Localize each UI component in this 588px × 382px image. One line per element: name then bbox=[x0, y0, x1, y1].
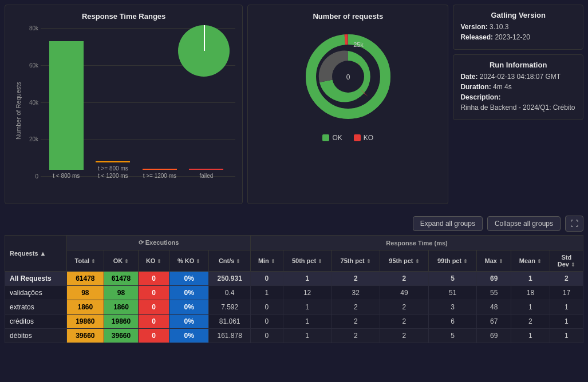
table-row: All Requests614786147800%250.93101225691… bbox=[5, 272, 583, 286]
cell-stddev: 1 bbox=[550, 315, 583, 329]
col-header-pctko[interactable]: % KO ⇕ bbox=[169, 250, 209, 272]
cell-total: 61478 bbox=[67, 272, 104, 286]
h-line-label-20k: 20k bbox=[22, 136, 41, 142]
bar-group-3: failed bbox=[189, 169, 224, 180]
cell-stddev: 1 bbox=[550, 329, 583, 343]
chart-content: 80k 60k 40k 20k bbox=[22, 25, 235, 197]
version-label: Version: bbox=[460, 23, 487, 31]
cell-mean: 1 bbox=[511, 300, 550, 315]
cell-pct95: 2 bbox=[380, 329, 429, 343]
date-value: 2024-02-13 04:18:07 GMT bbox=[480, 73, 561, 81]
bar-group-0: t < 800 ms bbox=[49, 41, 84, 180]
bar-2 bbox=[143, 169, 177, 170]
col-header-ko[interactable]: KO ⇕ bbox=[139, 250, 169, 272]
cell-total: 98 bbox=[67, 286, 104, 300]
cell-pct99: 5 bbox=[428, 272, 477, 286]
bar-chart-panel: Response Time Ranges Number of Requests … bbox=[5, 5, 243, 204]
duration-value: 4m 4s bbox=[493, 83, 512, 91]
col-header-max[interactable]: Max ⇕ bbox=[477, 250, 511, 272]
cell-pct75: 2 bbox=[332, 329, 380, 343]
cell-ok: 19860 bbox=[104, 315, 139, 329]
cell-pct50: 1 bbox=[283, 300, 332, 315]
y-axis-label: Number of Requests bbox=[12, 25, 22, 197]
col-header-mean[interactable]: Mean ⇕ bbox=[511, 250, 550, 272]
col-header-cnts[interactable]: Cnt/s ⇕ bbox=[209, 250, 251, 272]
date-label: Date: bbox=[460, 73, 477, 81]
cell-min: 0 bbox=[251, 272, 283, 286]
svg-text:25k: 25k bbox=[353, 41, 364, 48]
big-circle bbox=[178, 25, 230, 77]
bar-label-0: t < 800 ms bbox=[53, 172, 80, 180]
cell-cnts: 81.061 bbox=[209, 315, 251, 329]
cell-pct99: 3 bbox=[428, 300, 477, 315]
h-line-label-60k: 60k bbox=[22, 62, 41, 69]
cell-min: 0 bbox=[251, 329, 283, 343]
fullscreen-button[interactable]: ⛶ bbox=[565, 216, 583, 232]
cell-name: créditos bbox=[5, 315, 67, 329]
cell-max: 55 bbox=[477, 286, 511, 300]
cell-stddev: 17 bbox=[550, 286, 583, 300]
cell-stddev: 2 bbox=[550, 272, 583, 286]
executions-header: ⟳ Executions bbox=[67, 236, 251, 250]
cell-pct99: 51 bbox=[428, 286, 477, 300]
legend-ko-label: KO bbox=[364, 134, 373, 142]
description-row: Description: bbox=[460, 93, 576, 101]
expand-all-button[interactable]: Expand all groups bbox=[413, 216, 483, 231]
cell-pctko: 0% bbox=[169, 300, 209, 315]
circle-line bbox=[204, 25, 205, 51]
col-header-total[interactable]: Total ⇕ bbox=[67, 250, 104, 272]
col-header-pct99[interactable]: 99th pct ⇕ bbox=[428, 250, 477, 272]
table-row: débitos396603966000%161.878012256911 bbox=[5, 329, 583, 343]
executions-label: ⟳ Executions bbox=[139, 239, 179, 246]
cell-ko: 0 bbox=[139, 300, 169, 315]
cell-pctko: 0% bbox=[169, 315, 209, 329]
cell-ok: 1860 bbox=[104, 300, 139, 315]
bar-label-1: t >= 800 mst < 1200 ms bbox=[98, 165, 128, 180]
cell-cnts: 161.878 bbox=[209, 329, 251, 343]
cell-pctko: 0% bbox=[169, 329, 209, 343]
cell-max: 48 bbox=[477, 300, 511, 315]
bar-group-1: t >= 800 mst < 1200 ms bbox=[96, 161, 131, 180]
cell-pctko: 0% bbox=[169, 272, 209, 286]
cell-pct50: 12 bbox=[283, 286, 332, 300]
cell-min: 0 bbox=[251, 300, 283, 315]
h-line-label-0: 0 bbox=[22, 173, 41, 180]
cell-name: extratos bbox=[5, 300, 67, 315]
cell-max: 67 bbox=[477, 315, 511, 329]
legend-ko-dot bbox=[354, 134, 361, 141]
info-panels: Gatling Version Version: 3.10.3 Released… bbox=[453, 5, 583, 204]
cell-pct95: 2 bbox=[380, 272, 429, 286]
cell-name: validações bbox=[5, 286, 67, 300]
cell-pct50: 1 bbox=[283, 315, 332, 329]
cell-pct95: 2 bbox=[380, 300, 429, 315]
pie-container: 0 25k bbox=[302, 31, 394, 122]
description-value: Rinha de Backend - 2024/Q1: Crébito bbox=[460, 104, 575, 112]
col-header-pct75[interactable]: 75th pct ⇕ bbox=[332, 250, 380, 272]
cell-ko: 0 bbox=[139, 286, 169, 300]
gatling-version-box: Gatling Version Version: 3.10.3 Released… bbox=[453, 5, 583, 50]
cell-min: 1 bbox=[251, 286, 283, 300]
collapse-all-button[interactable]: Collapse all groups bbox=[487, 216, 561, 231]
col-header-stddev[interactable]: StdDev ⇕ bbox=[550, 250, 583, 272]
bar-3 bbox=[189, 169, 223, 170]
duration-label: Duration: bbox=[460, 83, 491, 91]
cell-ko: 0 bbox=[139, 272, 169, 286]
bar-1 bbox=[96, 161, 130, 162]
cell-mean: 2 bbox=[511, 315, 550, 329]
cell-pct75: 2 bbox=[332, 300, 380, 315]
cell-stddev: 1 bbox=[550, 300, 583, 315]
col-header-pct95[interactable]: 95th pct ⇕ bbox=[380, 250, 429, 272]
col-header-requests: Requests ▲ bbox=[5, 236, 67, 272]
cell-pct75: 2 bbox=[332, 315, 380, 329]
svg-text:0: 0 bbox=[346, 73, 350, 81]
donut-svg: 0 25k bbox=[302, 31, 394, 122]
legend-ko: KO bbox=[354, 134, 373, 142]
col-header-pct50[interactable]: 50th pct ⇕ bbox=[283, 250, 332, 272]
cell-name: débitos bbox=[5, 329, 67, 343]
col-header-ok[interactable]: OK ⇕ bbox=[104, 250, 139, 272]
cell-pct95: 2 bbox=[380, 315, 429, 329]
cell-total: 19860 bbox=[67, 315, 104, 329]
col-header-min[interactable]: Min ⇕ bbox=[251, 250, 283, 272]
run-info-title: Run Information bbox=[460, 61, 576, 69]
table-row: validações989800%0.4112324951551817 bbox=[5, 286, 583, 300]
